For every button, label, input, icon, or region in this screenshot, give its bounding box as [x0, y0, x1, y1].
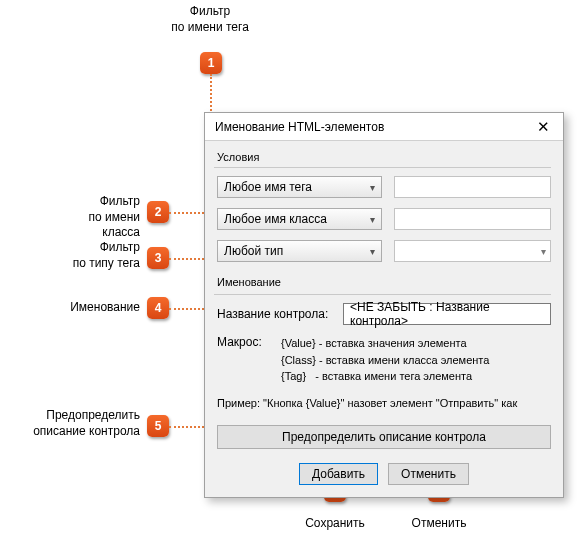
cancel-button[interactable]: Отменить: [388, 463, 469, 485]
add-button-label: Добавить: [312, 467, 365, 481]
tag-name-select[interactable]: Любое имя тега ▾: [217, 176, 382, 198]
class-name-input[interactable]: [394, 208, 551, 230]
example-text: Пример: "Кнопка {Value}" назовет элемент…: [217, 397, 551, 409]
predefine-description-label: Предопределить описание контрола: [282, 430, 486, 444]
section-conditions-label: Условия: [217, 151, 551, 163]
dialog-titlebar: Именование HTML-элементов ✕: [205, 113, 563, 141]
cancel-button-label: Отменить: [401, 467, 456, 481]
callout-badge-1: 1: [200, 52, 222, 74]
class-name-select[interactable]: Любое имя класса ▾: [217, 208, 382, 230]
callout-badge-5: 5: [147, 415, 169, 437]
section-naming-label: Именование: [217, 276, 551, 288]
type-select-label: Любой тип: [224, 244, 283, 258]
annotation-cancel: Отменить: [404, 516, 474, 532]
type-value-select[interactable]: ▾: [394, 240, 551, 262]
chevron-down-icon: ▾: [370, 214, 375, 225]
callout-badge-4: 4: [147, 297, 169, 319]
macro-lines: {Value} - вставка значения элемента {Cla…: [281, 335, 489, 385]
tag-name-select-label: Любое имя тега: [224, 180, 312, 194]
predefine-description-button[interactable]: Предопределить описание контрола: [217, 425, 551, 449]
chevron-down-icon: ▾: [370, 246, 375, 257]
close-icon[interactable]: ✕: [533, 118, 553, 136]
type-select[interactable]: Любой тип ▾: [217, 240, 382, 262]
annotation-naming: Именование: [48, 300, 140, 316]
class-name-select-label: Любое имя класса: [224, 212, 327, 226]
add-button[interactable]: Добавить: [299, 463, 378, 485]
macro-label: Макрос:: [217, 335, 271, 385]
annotation-tag-type-filter: Фильтр по типу тега: [48, 240, 140, 271]
annotation-save: Сохранить: [300, 516, 370, 532]
chevron-down-icon: ▾: [370, 182, 375, 193]
chevron-down-icon: ▾: [541, 246, 546, 257]
annotation-tag-name-filter: Фильтр по имени тега: [160, 4, 260, 35]
dialog: Именование HTML-элементов ✕ Условия Любо…: [204, 112, 564, 498]
control-name-input[interactable]: <НЕ ЗАБЫТЬ : Название контрола>: [343, 303, 551, 325]
callout-badge-3: 3: [147, 247, 169, 269]
control-name-value: <НЕ ЗАБЫТЬ : Название контрола>: [350, 300, 544, 328]
dialog-title: Именование HTML-элементов: [215, 120, 384, 134]
callout-badge-2: 2: [147, 201, 169, 223]
annotation-predefine: Предопределить описание контрола: [32, 408, 140, 439]
tag-name-input[interactable]: [394, 176, 551, 198]
annotation-class-name-filter: Фильтр по имени класса: [48, 194, 140, 241]
control-name-label: Название контрола:: [217, 307, 337, 321]
